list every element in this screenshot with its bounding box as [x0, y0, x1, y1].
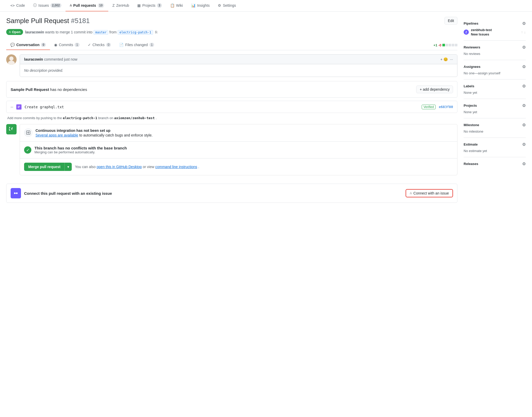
insights-icon: 📊 — [191, 3, 196, 8]
estimate-gear-icon[interactable]: ⚙ — [522, 142, 526, 147]
releases-title: Releases — [464, 162, 478, 166]
add-dependency-button[interactable]: + add dependency — [416, 85, 453, 93]
merge-action-row: Merge pull request ▾ You can also open t… — [20, 159, 457, 175]
nav-zenhub[interactable]: Z ZenHub — [108, 0, 133, 11]
diff-add: +1 — [434, 43, 437, 47]
commits-badge: 1 — [75, 43, 80, 47]
add-reaction-icon[interactable]: + 😊 — [440, 57, 448, 61]
tab-commits[interactable]: ◉ Commits 1 — [50, 40, 84, 50]
connect-with-issue-button[interactable]: ⑃ Connect with an issue — [406, 189, 453, 197]
diff-del: -0 — [438, 43, 441, 47]
check-circle-icon: ✓ — [24, 146, 31, 154]
pipelines-title: Pipelines — [464, 21, 478, 25]
comment-body: No description provided. — [20, 64, 457, 77]
ci-link[interactable]: Several apps are available — [35, 133, 78, 137]
merge-subtitle: Merging can be performed automatically. — [34, 150, 453, 154]
diff-stats: +1 -0 — [434, 41, 457, 50]
merge-pull-request-button[interactable]: Merge pull request — [24, 163, 64, 171]
merge-dropdown-button[interactable]: ▾ — [64, 163, 72, 171]
commit-hash[interactable]: e683f80 — [439, 105, 453, 109]
sidebar-reviewers-header: Reviewers ⚙ — [464, 45, 526, 50]
commit-row: – Create graphql.txt Verified e683f80 — [6, 101, 457, 113]
ci-row: Continuous integration has not been set … — [20, 124, 457, 142]
comment-header: lauracowin commented just now + 😊 ··· — [20, 55, 457, 64]
base-branch: master — [94, 30, 108, 35]
reviewers-value: No reviews — [464, 52, 526, 56]
pipelines-gear-icon[interactable]: ⚙ — [522, 21, 526, 26]
merge-content: This branch has no conflicts with the ba… — [34, 146, 453, 154]
milestone-gear-icon[interactable]: ⚙ — [522, 123, 526, 127]
comment-header-left: lauracowin commented just now — [24, 57, 77, 61]
files-icon: 📄 — [119, 43, 124, 47]
sidebar-releases-header: Releases ⚙ — [464, 161, 526, 166]
page-content: Sample Pull Request #5181 Edit ⑃ Open la… — [0, 12, 532, 212]
comment-menu-icon[interactable]: ··· — [450, 57, 453, 61]
assignees-gear-icon[interactable]: ⚙ — [522, 64, 526, 69]
connect-icon: ⑃ — [410, 191, 412, 195]
estimate-value: No estimate yet — [464, 149, 526, 153]
tabs-row: 💬 Conversation 0 ◉ Commits 1 ✓ Checks 0 … — [6, 40, 457, 50]
commit-name: Create graphql.txt — [25, 105, 419, 109]
commits-icon: ◉ — [54, 43, 57, 47]
projects-gear-icon[interactable]: ⚙ — [522, 103, 526, 108]
conversation-badge: 0 — [41, 43, 46, 47]
merge-title: This branch has no conflicts with the ba… — [34, 146, 453, 150]
files-badge: 1 — [149, 43, 154, 47]
dep-text: Sample Pull Request has no dependencies — [11, 87, 87, 92]
top-nav: <> Code ⓘ Issues 2,002 ⑃ Pull requests 1… — [0, 0, 532, 12]
ci-desc-text: to automatically catch bugs and enforce … — [79, 133, 153, 137]
pipeline-z-icon: Z — [464, 30, 469, 35]
assignees-value: No one—assign yourself — [464, 71, 526, 75]
tab-checks[interactable]: ✓ Checks 0 — [84, 40, 115, 50]
cli-instructions-link[interactable]: command line instructions — [155, 165, 197, 169]
reviewers-title: Reviewers — [464, 45, 480, 49]
comment-card: lauracowin commented just now + 😊 ··· No… — [20, 54, 457, 77]
svg-point-6 — [16, 192, 18, 194]
dependency-card: Sample Pull Request has no dependencies … — [6, 81, 457, 98]
nav-issues[interactable]: ⓘ Issues 2,002 — [29, 0, 66, 11]
conversation-icon: 💬 — [10, 43, 15, 47]
edit-button[interactable]: Edit — [444, 17, 457, 25]
sidebar-pipelines-header: Pipelines ⚙ — [464, 21, 526, 26]
code-icon: <> — [10, 3, 15, 8]
nav-projects[interactable]: ▦ Projects 3 — [133, 0, 166, 11]
merge-section-wrapper: Continuous integration has not been set … — [6, 124, 457, 179]
issues-badge: 2,002 — [51, 3, 61, 8]
arrow-up-icon[interactable]: ↑ — [521, 30, 523, 34]
issues-icon: ⓘ — [33, 3, 37, 8]
comment-time: commented just now — [44, 57, 77, 61]
reviewers-gear-icon[interactable]: ⚙ — [522, 45, 526, 50]
sidebar-releases: Releases ⚙ — [464, 157, 526, 172]
nav-insights[interactable]: 📊 Insights — [187, 0, 214, 11]
sidebar-projects-header: Projects ⚙ — [464, 103, 526, 108]
arrow-down-icon[interactable]: ↓ — [524, 30, 526, 34]
releases-gear-icon[interactable]: ⚙ — [522, 161, 526, 166]
connect-section: Connect this pull request with an existi… — [6, 184, 457, 203]
ci-icon — [24, 128, 32, 137]
diff-block-4 — [452, 44, 454, 46]
nav-pull-requests[interactable]: ⑃ Pull requests 10 — [66, 0, 108, 11]
sidebar: Pipelines ⚙ Z zenbhub-test New Issues ↑ … — [464, 17, 526, 207]
pipeline-arrows[interactable]: ↑ ↓ — [521, 30, 526, 34]
nav-code[interactable]: <> Code — [6, 0, 29, 11]
nav-settings[interactable]: ⚙ Settings — [214, 0, 240, 11]
comment-actions[interactable]: + 😊 ··· — [440, 57, 453, 61]
svg-point-1 — [9, 56, 13, 61]
sidebar-assignees-header: Assignees ⚙ — [464, 64, 526, 69]
assignees-title: Assignees — [464, 65, 480, 69]
pr-badge: 10 — [98, 3, 104, 8]
branch-name: electricg-patch-1 — [63, 116, 97, 120]
tab-files-changed[interactable]: 📄 Files changed 1 — [115, 40, 158, 50]
verified-badge: Verified — [422, 105, 436, 109]
diff-blocks — [442, 44, 457, 46]
tab-conversation[interactable]: 💬 Conversation 0 — [6, 40, 50, 50]
pr-number: #5181 — [71, 17, 90, 25]
copy-icon[interactable]: ⎘ — [155, 30, 157, 34]
nav-wiki[interactable]: 📋 Wiki — [166, 0, 187, 11]
merge-ok-row: ✓ This branch has no conflicts with the … — [20, 142, 457, 159]
merge-also: You can also open this in GitHub Desktop… — [75, 165, 199, 169]
pr-author: lauracowin — [25, 30, 44, 34]
github-desktop-link[interactable]: open this in GitHub Desktop — [97, 165, 142, 169]
labels-gear-icon[interactable]: ⚙ — [522, 84, 526, 89]
commit-file-icon — [16, 104, 21, 110]
